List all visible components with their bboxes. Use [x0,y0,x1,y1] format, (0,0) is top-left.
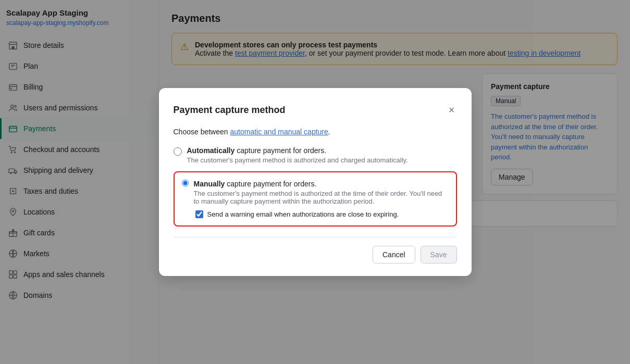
save-button[interactable]: Save [421,246,457,263]
manual-rest: capture payment for orders. [225,180,316,188]
auto-capture-option: Automatically capture payment for orders… [174,146,457,164]
modal-footer: Cancel Save [174,237,457,263]
manual-bold: Manually [194,180,225,188]
auto-rest: capture payment for orders. [234,146,326,155]
warning-email-row: Send a warning email when authorizations… [195,210,449,218]
modal-close-button[interactable]: × [447,103,457,117]
modal-overlay[interactable]: Payment capture method × Choose between … [0,0,630,364]
manual-option-row: Manually capture payment for orders. The… [182,180,449,205]
auto-sublabel: The customer's payment method is authori… [187,156,408,164]
manual-sublabel: The customer's payment method is authori… [194,190,449,205]
warning-email-checkbox[interactable] [195,210,203,218]
automatic-manual-capture-link[interactable]: automatic and manual capture [230,128,328,136]
auto-bold: Automatically [187,146,235,155]
warning-email-label[interactable]: Send a warning email when authorizations… [207,210,399,218]
cancel-button[interactable]: Cancel [373,246,415,263]
auto-capture-radio[interactable] [174,147,182,156]
modal: Payment capture method × Choose between … [159,88,472,276]
manual-capture-box: Manually capture payment for orders. The… [174,171,457,227]
auto-capture-label[interactable]: Automatically capture payment for orders… [187,146,408,164]
manual-capture-radio[interactable] [182,180,189,186]
modal-subtitle: Choose between automatic and manual capt… [174,128,457,136]
modal-title: Payment capture method [174,105,286,116]
manual-capture-label[interactable]: Manually capture payment for orders. The… [194,180,449,205]
modal-header: Payment capture method × [174,103,457,117]
